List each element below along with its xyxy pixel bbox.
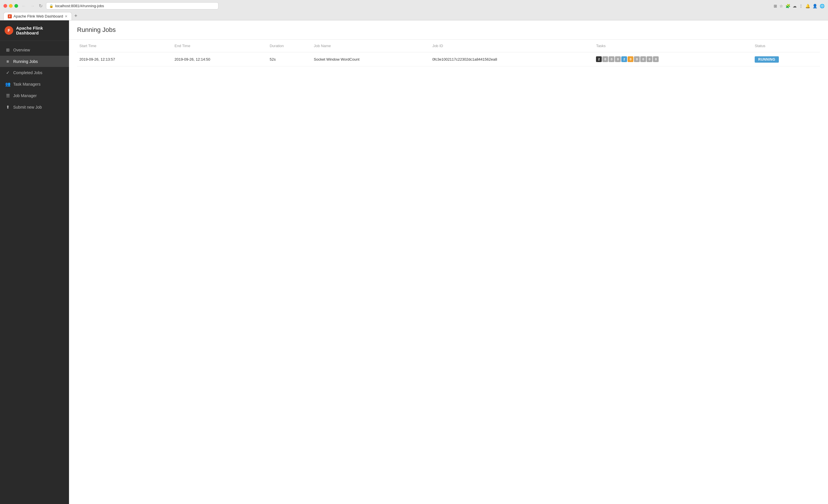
cloud-icon[interactable]: ☁: [793, 4, 797, 8]
task-badge-7: 0: [640, 56, 646, 62]
sidebar-icon-task-managers: 👥: [5, 82, 10, 87]
col-header-job_name: Job Name: [312, 40, 430, 52]
page-title: Running Jobs: [77, 26, 820, 34]
task-badge-0: 2: [596, 56, 602, 62]
jobs-table-container: Start TimeEnd TimeDurationJob NameJob ID…: [69, 40, 828, 66]
address-bar[interactable]: 🔒 localhost:8081/#/running-jobs: [46, 2, 218, 9]
table-header-row: Start TimeEnd TimeDurationJob NameJob ID…: [77, 40, 820, 52]
col-header-tasks: Tasks: [594, 40, 752, 52]
job-name: Socket Window WordCount: [312, 52, 430, 66]
tasks-cell: 2000200000: [594, 52, 752, 66]
menu-icon[interactable]: ⋮: [799, 4, 803, 8]
extensions-icon[interactable]: 🧩: [785, 4, 790, 8]
avatar-icon[interactable]: 👤: [813, 4, 817, 8]
task-badges: 2000200000: [596, 56, 750, 62]
sidebar-icon-submit-new-job: ⬆: [5, 104, 10, 110]
tab-title: Apache Flink Web Dashboard: [13, 14, 63, 18]
jobs-table: Start TimeEnd TimeDurationJob NameJob ID…: [77, 40, 820, 66]
browser-chrome: ← → ↻ 🔒 localhost:8081/#/running-jobs ⊞ …: [0, 0, 828, 20]
main-content: Running Jobs Start TimeEnd TimeDurationJ…: [69, 20, 828, 504]
table-header: Start TimeEnd TimeDurationJob NameJob ID…: [77, 40, 820, 52]
col-header-status: Status: [752, 40, 820, 52]
sidebar-label-task-managers: Task Managers: [13, 82, 41, 87]
sidebar-label-completed-jobs: Completed Jobs: [13, 71, 42, 75]
sidebar-label-running-jobs: Running Jobs: [13, 59, 38, 64]
task-badge-1: 0: [602, 56, 608, 62]
url-text: localhost:8081/#/running-jobs: [55, 4, 104, 8]
task-badge-2: 0: [609, 56, 614, 62]
task-badge-9: 0: [653, 56, 659, 62]
task-badge-8: 0: [647, 56, 652, 62]
browser-nav: ← → ↻: [20, 3, 44, 9]
maximize-button[interactable]: [14, 4, 18, 8]
sidebar-item-completed-jobs[interactable]: ✓ Completed Jobs: [0, 67, 69, 79]
task-badge-5: 0: [628, 56, 633, 62]
col-header-start_time: Start Time: [77, 40, 172, 52]
col-header-duration: Duration: [267, 40, 312, 52]
reload-button[interactable]: ↻: [38, 3, 44, 9]
start-time: 2019-09-26, 12:13:57: [77, 52, 172, 66]
duration: 52s: [267, 52, 312, 66]
sidebar: F Apache Flink Dashboard ⊞ Overview ≡ Ru…: [0, 20, 69, 504]
sidebar-header: F Apache Flink Dashboard: [0, 20, 69, 41]
table-row[interactable]: 2019-09-26, 12:13:572019-09-26, 12:14:50…: [77, 52, 820, 66]
bell-icon[interactable]: 🔔: [805, 4, 810, 8]
task-badge-3: 0: [615, 56, 621, 62]
close-button[interactable]: [3, 4, 7, 8]
col-header-end_time: End Time: [172, 40, 267, 52]
sidebar-item-task-managers[interactable]: 👥 Task Managers: [0, 79, 69, 90]
new-tab-button[interactable]: +: [72, 12, 80, 20]
sidebar-item-submit-new-job[interactable]: ⬆ Submit new Job: [0, 101, 69, 113]
sidebar-label-overview: Overview: [13, 48, 30, 52]
app-logo: F: [5, 26, 13, 35]
bookmark-icon[interactable]: ☆: [779, 4, 783, 8]
forward-button[interactable]: →: [29, 3, 36, 9]
sidebar-icon-running-jobs: ≡: [5, 59, 10, 64]
task-badge-6: 0: [634, 56, 640, 62]
end-time: 2019-09-26, 12:14:50: [172, 52, 267, 66]
sidebar-icon-overview: ⊞: [5, 47, 10, 53]
sidebar-icon-job-manager: ☰: [5, 93, 10, 98]
sidebar-nav: ⊞ Overview ≡ Running Jobs ✓ Completed Jo…: [0, 41, 69, 117]
status-badge: RUNNING: [755, 56, 779, 63]
lock-icon: 🔒: [49, 4, 53, 8]
tab-favicon: F: [8, 14, 12, 18]
traffic-lights: [3, 4, 18, 8]
sidebar-item-job-manager[interactable]: ☰ Job Manager: [0, 90, 69, 101]
sidebar-label-job-manager: Job Manager: [13, 93, 37, 98]
sidebar-icon-completed-jobs: ✓: [5, 70, 10, 75]
sidebar-item-running-jobs[interactable]: ≡ Running Jobs: [0, 56, 69, 67]
translate-icon[interactable]: ⊞: [774, 4, 777, 8]
job-id: 0fc3e1002117c22302dc1a8441562ea8: [430, 52, 594, 66]
app-title: Apache Flink Dashboard: [16, 26, 65, 35]
col-header-job_id: Job ID: [430, 40, 594, 52]
profile-icon[interactable]: 🌐: [820, 4, 825, 8]
active-tab[interactable]: F Apache Flink Web Dashboard ✕: [3, 12, 72, 20]
table-body: 2019-09-26, 12:13:572019-09-26, 12:14:50…: [77, 52, 820, 66]
page-header: Running Jobs: [69, 20, 828, 40]
app-container: F Apache Flink Dashboard ⊞ Overview ≡ Ru…: [0, 20, 828, 504]
tab-close-icon[interactable]: ✕: [65, 14, 68, 18]
tabs-bar: F Apache Flink Web Dashboard ✕ +: [3, 12, 825, 20]
sidebar-label-submit-new-job: Submit new Job: [13, 105, 42, 109]
browser-actions: ⊞ ☆ 🧩 ☁ ⋮ 🔔 👤 🌐: [774, 4, 825, 8]
sidebar-item-overview[interactable]: ⊞ Overview: [0, 44, 69, 56]
minimize-button[interactable]: [9, 4, 13, 8]
task-badge-4: 2: [621, 56, 627, 62]
status-cell: RUNNING: [752, 52, 820, 66]
back-button[interactable]: ←: [20, 3, 27, 9]
